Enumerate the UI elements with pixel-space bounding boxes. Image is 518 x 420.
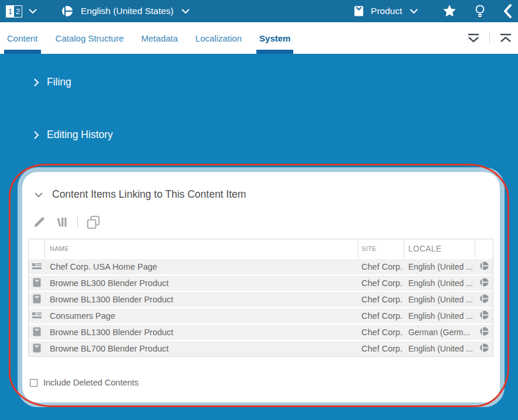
header-site: SITE <box>358 239 405 258</box>
locale-sphere-icon[interactable] <box>479 261 489 273</box>
section-filing[interactable]: Filing <box>33 76 71 88</box>
header-name: NAME <box>45 239 358 258</box>
checkbox-label: Include Deleted Contents <box>43 378 139 387</box>
cell-name: Consumers Page <box>45 311 358 321</box>
toolbar-divider <box>77 216 78 228</box>
locale-selector-label[interactable]: English (United States) <box>81 6 174 16</box>
section-filing-label: Filing <box>47 76 71 88</box>
copy-icon[interactable] <box>85 214 101 230</box>
back-chevron-left-icon[interactable] <box>503 4 512 19</box>
version-badge-left: 1 <box>6 6 14 17</box>
collapse-to-top-icon[interactable] <box>498 32 513 44</box>
chevron-right-icon <box>33 130 39 140</box>
context-selector-label[interactable]: Product <box>371 6 402 16</box>
locale-chevron-down-icon[interactable] <box>181 8 190 14</box>
table-row[interactable]: Consumers Page Chef Corp. English (Unite… <box>29 307 493 323</box>
cell-name: Browne BL700 Blender Product <box>45 344 358 353</box>
tab-content[interactable]: Content <box>6 22 39 54</box>
locale-sphere-icon[interactable] <box>479 277 489 289</box>
table-header-row: NAME SITE LOCALE <box>29 239 493 258</box>
cell-site: Chef Corp. <box>358 311 405 321</box>
library-books-icon[interactable] <box>54 215 70 229</box>
cell-name: Browne BL1300 Blender Product <box>45 295 358 304</box>
page-icon <box>32 261 42 273</box>
cell-site: Chef Corp. <box>358 278 405 288</box>
table-row[interactable]: Browne BL300 Blender Product Chef Corp. … <box>29 274 493 291</box>
cell-locale: English (United ... <box>404 295 475 304</box>
table-row[interactable]: Chef Corp. USA Home Page Chef Corp. Engl… <box>29 258 493 274</box>
header-locale: LOCALE <box>404 239 475 258</box>
favorite-star-icon[interactable] <box>442 4 457 19</box>
tab-localization[interactable]: Localization <box>194 22 243 54</box>
toolbar-divider <box>489 32 490 44</box>
chevron-down-icon[interactable] <box>34 192 43 198</box>
linking-items-table: NAME SITE LOCALE Chef Corp. USA Home Pag… <box>28 239 493 357</box>
app-window: 1 2 English (United States) Product <box>0 0 518 420</box>
tab-metadata[interactable]: Metadata <box>140 22 179 54</box>
cell-name: Chef Corp. USA Home Page <box>45 262 358 271</box>
header-action-column <box>475 239 493 258</box>
expand-all-icon[interactable] <box>466 32 481 44</box>
top-bar: 1 2 English (United States) Product <box>0 0 518 22</box>
cell-locale: English (United ... <box>404 262 475 271</box>
product-icon <box>33 343 41 354</box>
locale-sphere-icon[interactable] <box>479 326 489 338</box>
section-editing-history[interactable]: Editing History <box>33 129 113 141</box>
locale-sphere-icon[interactable] <box>479 343 489 354</box>
locale-sphere-icon <box>61 5 74 18</box>
locale-sphere-icon[interactable] <box>479 294 489 305</box>
linking-toolbar <box>32 214 101 230</box>
locale-sphere-icon[interactable] <box>479 310 489 322</box>
cell-locale: English (United ... <box>404 278 475 288</box>
version-badge-right: 2 <box>14 6 22 17</box>
product-bag-icon <box>352 5 365 18</box>
version-chevron-down-icon[interactable] <box>28 8 37 14</box>
page-icon <box>32 311 42 322</box>
edit-pencil-icon[interactable] <box>32 215 47 230</box>
cell-locale: German (Germ... <box>404 328 475 337</box>
tab-catalog-structure[interactable]: Catalog Structure <box>54 22 125 54</box>
cell-name: Browne BL300 Blender Product <box>45 278 358 288</box>
linking-section-panel: Content Items Linking to This Content It… <box>22 172 500 402</box>
table-row[interactable]: Browne BL1300 Blender Product Chef Corp.… <box>29 291 493 307</box>
table-row[interactable]: Browne BL1300 Blender Product Chef Corp.… <box>29 323 493 340</box>
product-icon <box>33 327 41 338</box>
product-icon <box>33 294 41 305</box>
cell-locale: English (United ... <box>404 311 475 321</box>
tab-bar: Content Catalog Structure Metadata Local… <box>0 22 518 54</box>
lightbulb-icon[interactable] <box>474 4 486 19</box>
tab-system[interactable]: System <box>258 22 291 54</box>
header-icon-column <box>29 239 45 258</box>
chevron-right-icon <box>33 78 39 87</box>
include-deleted-checkbox-row[interactable]: Include Deleted Contents <box>30 378 139 387</box>
context-chevron-down-icon[interactable] <box>409 8 418 14</box>
cell-locale: English (United ... <box>404 344 475 353</box>
table-row[interactable]: Browne BL700 Blender Product Chef Corp. … <box>29 340 493 356</box>
cell-name: Browne BL1300 Blender Product <box>45 328 358 337</box>
version-badge[interactable]: 1 2 <box>6 5 22 18</box>
checkbox-unchecked-icon[interactable] <box>30 379 37 387</box>
cell-site: Chef Corp. <box>358 295 405 304</box>
product-icon <box>33 278 41 289</box>
cell-site: Chef Corp. <box>358 262 405 271</box>
linking-section-header[interactable]: Content Items Linking to This Content It… <box>34 188 246 201</box>
cell-site: Chef Corp. <box>358 328 405 337</box>
section-editing-history-label: Editing History <box>47 129 113 141</box>
cell-site: Chef Corp. <box>358 344 405 353</box>
linking-section-title: Content Items Linking to This Content It… <box>52 188 246 201</box>
